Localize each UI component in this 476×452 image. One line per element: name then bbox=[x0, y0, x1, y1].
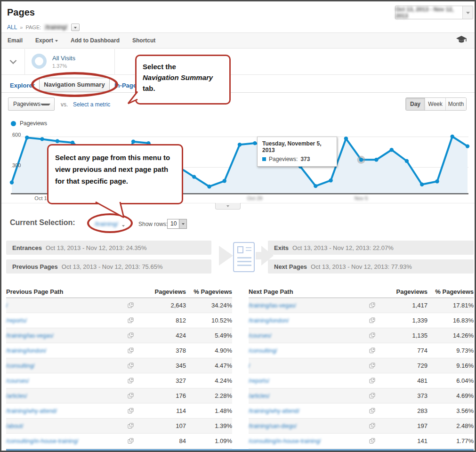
page-path-link[interactable]: /training/san-diego/ bbox=[249, 423, 297, 429]
open-in-new-icon[interactable] bbox=[120, 393, 141, 399]
open-in-new-icon[interactable] bbox=[120, 423, 141, 429]
open-in-new-icon[interactable] bbox=[362, 438, 383, 444]
column-header-percent[interactable]: % Pageviews bbox=[186, 288, 232, 295]
tab-navigation-summary[interactable]: Navigation Summary bbox=[39, 78, 110, 92]
pageviews-value: 481 bbox=[383, 377, 428, 384]
tooltip-date: Tuesday, November 5, 2013 bbox=[262, 140, 332, 153]
current-selection-value[interactable]: /training/ bbox=[95, 220, 118, 227]
pageviews-value: 378 bbox=[141, 347, 186, 354]
open-in-new-icon[interactable] bbox=[362, 347, 383, 354]
column-header-path[interactable]: Next Page Path bbox=[249, 288, 362, 295]
page-path-link[interactable]: /courses/ bbox=[6, 378, 29, 384]
percent-pageviews-value: 16.83% bbox=[428, 317, 474, 324]
show-rows-select[interactable]: 10 bbox=[167, 219, 187, 229]
open-in-new-icon[interactable] bbox=[120, 332, 141, 339]
current-selection-caret[interactable] bbox=[122, 222, 125, 230]
flow-arrow-icon bbox=[261, 246, 274, 266]
breadcrumb-dropdown-button[interactable] bbox=[71, 24, 80, 31]
pageviews-value: 729 bbox=[383, 362, 428, 369]
open-in-new-icon[interactable] bbox=[362, 393, 383, 399]
show-rows-label: Show rows: bbox=[138, 221, 168, 227]
open-in-new-icon[interactable] bbox=[362, 332, 383, 339]
page-path-link[interactable]: /about/ bbox=[6, 423, 24, 429]
shortcut-button[interactable]: Shortcut bbox=[132, 37, 155, 44]
open-in-new-icon[interactable] bbox=[362, 378, 383, 384]
page-path-link[interactable]: /articles/ bbox=[6, 393, 27, 399]
page-path-link[interactable]: /consulting/in-house-training/ bbox=[249, 438, 321, 444]
page-path-link[interactable]: /training/why-attend/ bbox=[6, 408, 57, 414]
table-row: /training/london/ 378 4.90% bbox=[6, 343, 232, 358]
percent-pageviews-value: 4.69% bbox=[428, 392, 474, 399]
date-range-caret bbox=[462, 6, 473, 19]
export-button[interactable]: Export bbox=[35, 37, 58, 44]
open-in-new-icon[interactable] bbox=[120, 347, 141, 354]
flow-arrow-icon bbox=[256, 252, 261, 259]
open-in-new-icon[interactable] bbox=[362, 302, 383, 308]
page-path-link[interactable]: /reports/ bbox=[6, 317, 27, 324]
page-path-link[interactable]: /training/london/ bbox=[6, 347, 46, 354]
granularity-month-button[interactable]: Month bbox=[445, 98, 466, 110]
open-in-new-icon[interactable] bbox=[120, 438, 141, 444]
date-range-picker[interactable]: Oct 13, 2013 - Nov 12, 2013 bbox=[395, 6, 473, 19]
x-axis-label: Nov 5 bbox=[342, 195, 380, 201]
segment-name[interactable]: All Visits bbox=[52, 55, 75, 62]
table-row: /consulting/ 345 4.47% bbox=[6, 358, 232, 373]
page-path-link[interactable]: /reports/ bbox=[249, 378, 269, 384]
tooltip-series-icon bbox=[262, 157, 266, 161]
table-row: / 729 9.16% bbox=[249, 358, 474, 373]
metric-select-dropdown[interactable]: Pageviews bbox=[8, 97, 55, 111]
open-in-new-icon[interactable] bbox=[120, 408, 141, 414]
page-path-link[interactable]: /consulting/in-house-training/ bbox=[6, 438, 78, 444]
annotation-callout-menu: Select any page from this menu to view p… bbox=[47, 144, 183, 204]
y-axis-label: 300 bbox=[12, 162, 21, 168]
previous-pages-summary-bar: Previous Pages Oct 13, 2013 - Nov 12, 20… bbox=[6, 259, 211, 274]
column-header-path[interactable]: Previous Page Path bbox=[6, 288, 120, 295]
column-header-pageviews[interactable]: Pageviews bbox=[141, 288, 186, 295]
pageviews-value: 1,339 bbox=[383, 317, 428, 324]
education-cap-icon[interactable] bbox=[456, 36, 467, 46]
tab-in-page[interactable]: In-Page bbox=[114, 82, 137, 89]
y-axis-label: 600 bbox=[12, 132, 21, 137]
open-in-new-icon[interactable] bbox=[120, 378, 141, 384]
open-in-new-icon[interactable] bbox=[120, 317, 141, 323]
breadcrumb-all-link[interactable]: ALL bbox=[7, 24, 17, 31]
open-in-new-icon[interactable] bbox=[120, 302, 141, 308]
open-in-new-icon[interactable] bbox=[362, 317, 383, 323]
open-in-new-icon[interactable] bbox=[362, 408, 383, 414]
chart-collapse-tab[interactable] bbox=[215, 203, 241, 210]
pageviews-value: 424 bbox=[141, 332, 186, 339]
pageviews-value: 114 bbox=[141, 407, 186, 414]
page-path-link[interactable]: / bbox=[249, 363, 250, 369]
column-header-percent[interactable]: % Pageviews bbox=[428, 288, 474, 295]
open-in-new-icon[interactable] bbox=[362, 363, 383, 369]
show-rows-caret bbox=[179, 219, 186, 228]
table-row: /reports/ 481 6.04% bbox=[249, 373, 474, 388]
granularity-day-button[interactable]: Day bbox=[406, 98, 425, 110]
page-path-link[interactable]: /training/las-vegas/ bbox=[6, 332, 54, 339]
chevron-down-icon bbox=[9, 60, 17, 64]
legend-dot-icon bbox=[11, 121, 16, 126]
page-path-link[interactable]: / bbox=[6, 302, 8, 309]
page-path-link[interactable]: /consulting/ bbox=[6, 363, 35, 369]
add-to-dashboard-button[interactable]: Add to Dashboard bbox=[71, 37, 120, 44]
email-button[interactable]: Email bbox=[8, 37, 23, 44]
segment-expander-button[interactable] bbox=[1, 49, 25, 75]
pageviews-value: 283 bbox=[383, 407, 428, 414]
callout-line: Navigation Summary bbox=[143, 72, 223, 83]
open-in-new-icon[interactable] bbox=[362, 423, 383, 429]
breadcrumb-page-label: PAGE: bbox=[25, 24, 41, 30]
page-path-link[interactable]: /training/london/ bbox=[249, 317, 289, 324]
previous-pages-value: Oct 13, 2013 - Nov 12, 2013: 75.65% bbox=[62, 263, 163, 270]
page-path-link[interactable]: /training/las-vegas/ bbox=[249, 302, 296, 309]
granularity-week-button[interactable]: Week bbox=[425, 98, 445, 110]
flow-arrow-icon bbox=[219, 246, 233, 266]
select-a-metric-link[interactable]: Select a metric bbox=[73, 101, 110, 108]
page-path-link[interactable]: /courses/ bbox=[249, 332, 272, 339]
column-header-pageviews[interactable]: Pageviews bbox=[383, 288, 428, 295]
page-path-link[interactable]: /articles/ bbox=[249, 393, 270, 399]
percent-pageviews-value: 3.56% bbox=[428, 407, 474, 414]
tab-explorer[interactable]: Explorer bbox=[10, 82, 35, 89]
open-in-new-icon[interactable] bbox=[120, 363, 141, 369]
page-path-link[interactable]: /training/why-attend/ bbox=[249, 408, 299, 414]
page-path-link[interactable]: /consulting/ bbox=[249, 347, 277, 354]
